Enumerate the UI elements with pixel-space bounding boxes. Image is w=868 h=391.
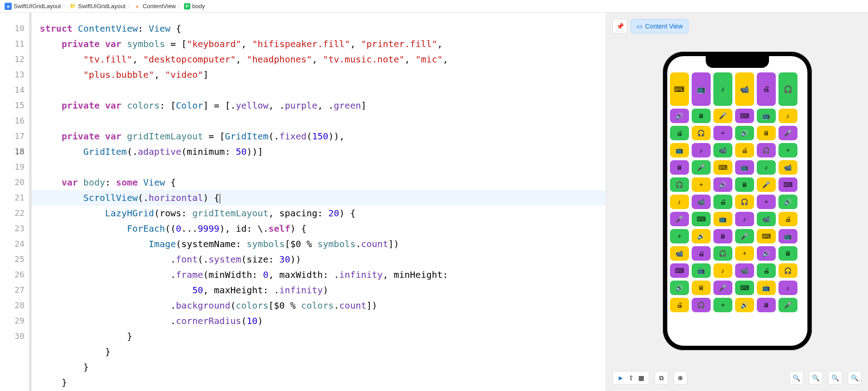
property-icon: P	[184, 3, 190, 10]
grid-cell: 🖥	[713, 229, 732, 243]
device-icon: ⧉	[659, 374, 664, 382]
grid-cell: 📹	[692, 195, 711, 209]
preview-controls[interactable]: ► ⇪ ▦	[613, 371, 649, 385]
grid-cell: ♪	[778, 281, 797, 295]
app-icon: ⟐	[5, 3, 12, 10]
zoom-fit-button[interactable]: 🔍	[809, 371, 823, 385]
grid-cell: ⌨	[778, 177, 797, 192]
line-gutter: 1011121314151617181920212223242526272829…	[0, 13, 32, 391]
grid-cell: 🖨	[713, 195, 732, 209]
grid-cell: 🖥	[778, 246, 797, 261]
grid-cell: ♪	[778, 109, 797, 123]
grid-cell: 🎤	[735, 229, 754, 243]
grid-cell: 🖨	[670, 126, 689, 140]
code-content[interactable]: struct ContentView: View { private var s…	[32, 13, 606, 391]
content-view-icon: ▭	[637, 23, 642, 30]
grid-cell: 🖨	[735, 143, 754, 157]
grid-cell: ♪	[735, 212, 754, 226]
preview-panel: 📌 ▭ Content View ⌨🔊🖨📺🖥🎧♪🎤＋📹⌨🔊🖨📺🖥🎧♪🎤＋📹⌨🔊🖨…	[606, 13, 868, 391]
crumb-app[interactable]: ⟐ SwiftUIGridLayout	[5, 3, 61, 10]
grid-cell: ⌨	[670, 263, 689, 278]
folder-icon: 📁	[69, 3, 76, 10]
zoom-fit-icon: 🔍	[812, 374, 820, 381]
grid-icon: ▦	[638, 374, 644, 381]
grid-cell: 🎤	[713, 109, 732, 123]
grid-cell: 🖨	[757, 263, 776, 278]
grid-cell: 📹	[778, 160, 797, 175]
grid-cell: 🎤	[778, 298, 797, 312]
crumb-app-label: SwiftUIGridLayout	[14, 3, 61, 10]
grid-cell: 🖥	[757, 126, 776, 140]
grid-cell: 🖨	[757, 72, 776, 106]
chevron-right-icon: 〉	[63, 3, 67, 10]
grid-cell: 🔊	[713, 177, 732, 192]
phone-notch	[706, 56, 769, 68]
grid-cell: ♪	[713, 72, 732, 106]
grid-cell: 🎤	[670, 212, 689, 226]
zoom-100-icon: 🔍	[831, 374, 839, 381]
grid-cell: 📺	[670, 143, 689, 157]
grid-cell: ＋	[778, 143, 797, 157]
pin-button[interactable]: 📌	[613, 19, 627, 33]
preview-selector[interactable]: ▭ Content View	[631, 19, 689, 33]
grid-cell: 🖥	[735, 177, 754, 192]
grid-cell: ♪	[757, 160, 776, 175]
grid-cell: 🎤	[713, 281, 732, 295]
zoom-100-button[interactable]: 🔍	[828, 371, 842, 385]
grid-cell: ♪	[713, 263, 732, 278]
grid-cell: 🖨	[692, 246, 711, 261]
grid-cell: 🔊	[778, 195, 797, 209]
grid-cell: ⌨	[735, 109, 754, 123]
chevron-right-icon: 〉	[178, 3, 182, 10]
grid-cell: 🖥	[757, 298, 776, 312]
grid-cell: ⌨	[735, 281, 754, 295]
pin-icon: 📌	[616, 23, 624, 30]
grid-cell: 📺	[778, 229, 797, 243]
grid-cell: ＋	[713, 126, 732, 140]
grid-cell: 📺	[713, 212, 732, 226]
grid-cell: 🔊	[692, 229, 711, 243]
grid-cell: 🔊	[735, 126, 754, 140]
device-button[interactable]: ⧉	[655, 371, 668, 385]
crumb-file[interactable]: ⟐ ContentView	[134, 3, 176, 10]
grid-cell: 🎧	[778, 263, 797, 278]
grid-cell: 🎧	[757, 143, 776, 157]
grid-cell: 🎤	[692, 160, 711, 175]
swift-icon: ⟐	[134, 3, 141, 10]
settings-button[interactable]: ⊕	[674, 371, 687, 385]
simulator-device: ⌨🔊🖨📺🖥🎧♪🎤＋📹⌨🔊🖨📺🖥🎧♪🎤＋📹⌨🔊🖨📺🖥🎧♪🎤＋📹⌨🔊🖨📺🖥🎧♪🎤＋📹…	[663, 52, 812, 350]
zoom-out-button[interactable]: 🔍	[789, 371, 803, 385]
play-icon: ►	[618, 374, 624, 381]
phone-screen[interactable]: ⌨🔊🖨📺🖥🎧♪🎤＋📹⌨🔊🖨📺🖥🎧♪🎤＋📹⌨🔊🖨📺🖥🎧♪🎤＋📹⌨🔊🖨📺🖥🎧♪🎤＋📹…	[667, 56, 807, 346]
grid-cell: 🖨	[670, 298, 689, 312]
grid-cell: 🎧	[692, 298, 711, 312]
grid-cell: 📺	[757, 281, 776, 295]
grid-cell: 🔊	[757, 246, 776, 261]
preview-label: Content View	[645, 23, 683, 30]
grid-cell: ＋	[757, 195, 776, 209]
grid-cell: ⌨	[692, 212, 711, 226]
grid-cell: 🖥	[670, 160, 689, 175]
grid-cell: ＋	[692, 177, 711, 192]
zoom-in-button[interactable]: 🔍	[848, 371, 862, 385]
grid-cell: 📺	[735, 160, 754, 175]
grid-cell: 📺	[757, 109, 776, 123]
grid-cell: ⌨	[757, 229, 776, 243]
crumb-file-label: ContentView	[143, 3, 176, 10]
crumb-prop[interactable]: P body	[184, 3, 205, 10]
crumb-folder[interactable]: 📁 SwiftUIGridLayout	[69, 3, 126, 10]
grid-cell: 📹	[735, 263, 754, 278]
grid-cell: 🎧	[713, 246, 732, 261]
code-editor[interactable]: 1011121314151617181920212223242526272829…	[0, 13, 606, 391]
grid-cell: 🖥	[692, 109, 711, 123]
grid-cell: 🎧	[670, 177, 689, 192]
crumb-folder-label: SwiftUIGridLayout	[78, 3, 126, 10]
grid-cell: ＋	[735, 246, 754, 261]
grid-cell: 🔊	[735, 298, 754, 312]
grid-cell: 📺	[692, 72, 711, 106]
grid-cell: 🎤	[778, 126, 797, 140]
grid-cell: 📹	[735, 72, 754, 106]
grid-cell: ♪	[670, 195, 689, 209]
grid-cell: ⌨	[670, 72, 689, 106]
grid-cell: 📺	[692, 263, 711, 278]
